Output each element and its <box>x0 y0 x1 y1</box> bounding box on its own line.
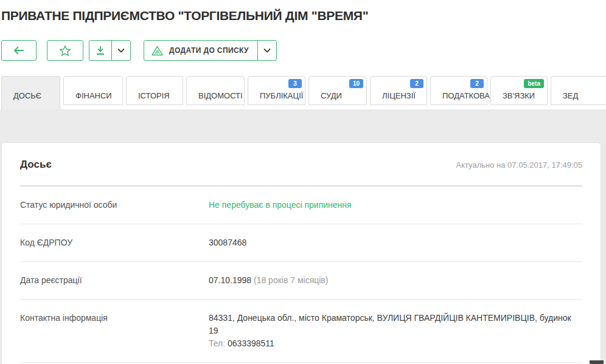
add-to-list-button[interactable]: ДОДАТИ ДО СПИСКУ <box>144 41 258 60</box>
chevron-down-icon <box>263 48 271 53</box>
download-button[interactable] <box>89 41 112 60</box>
edrpou-value: 30087468 <box>209 238 246 247</box>
toolbar: ДОДАТИ ДО СПИСКУ <box>1 40 277 61</box>
tab-zed[interactable]: ЗЕД <box>551 76 606 105</box>
tab-label: ДОСЬЄ <box>13 91 41 100</box>
tab-label: ФІНАНСИ <box>75 91 112 100</box>
back-button[interactable] <box>1 40 37 61</box>
tab-publications[interactable]: 3 ПУБЛІКАЦІЇ <box>248 76 305 105</box>
row-edrpou: Код ЄДРПОУ 30087468 <box>20 224 582 262</box>
download-options-button[interactable] <box>112 41 130 60</box>
registration-age-note: (18 років 7 місяців) <box>254 275 328 285</box>
download-icon <box>96 46 105 55</box>
tab-label: ПОДАТКОВА <box>442 91 490 100</box>
row-label: Контактна інформація <box>20 312 209 350</box>
tab-badge-beta: beta <box>524 79 544 88</box>
tab-label: ІСТОРІЯ <box>138 91 170 100</box>
bottom-right-dark-widget[interactable] <box>590 360 604 364</box>
tab-licenses[interactable]: 2 ЛІЦЕНЗІЇ <box>370 76 427 105</box>
section-title: Досьє <box>20 159 52 171</box>
address-value: 84331, Донецька обл., місто Краматорськ,… <box>209 312 582 337</box>
add-to-list-split-button: ДОДАТИ ДО СПИСКУ <box>144 40 277 61</box>
registration-date-value: 07.10.1998 <box>209 275 251 285</box>
tab-tax[interactable]: 2 ПОДАТКОВА <box>430 76 487 105</box>
add-to-list-options-button[interactable] <box>258 41 276 60</box>
chevron-down-icon <box>117 48 125 53</box>
tab-badge: 2 <box>410 79 423 88</box>
tab-label: ВІДОМОСТІ <box>198 91 243 100</box>
tab-finances[interactable]: ФІНАНСИ <box>63 76 123 105</box>
tab-label: СУДИ <box>321 91 342 100</box>
add-to-list-label: ДОДАТИ ДО СПИСКУ <box>169 46 249 55</box>
tab-dossier[interactable]: ДОСЬЄ <box>1 76 60 109</box>
phone-label: Тел: <box>209 338 225 348</box>
tab-label: ЗЕД <box>563 91 578 100</box>
dossier-card: Досьє Актуально на 07.05.2017, 17:49:05 … <box>1 142 601 364</box>
row-label: Статус юридичної особи <box>20 199 209 211</box>
favorite-star-button[interactable] <box>47 40 83 61</box>
legal-status-value: Не перебуває в процесі припинення <box>209 200 352 210</box>
triangle-list-icon <box>152 46 163 56</box>
tab-details[interactable]: ВІДОМОСТІ <box>186 76 245 105</box>
dossier-card-header: Досьє Актуально на 07.05.2017, 17:49:05 <box>20 143 582 171</box>
updated-timestamp: Актуально на 07.05.2017, 17:49:05 <box>456 160 582 170</box>
row-legal-status: Статус юридичної особи Не перебуває в пр… <box>20 187 582 224</box>
download-split-button <box>89 40 131 61</box>
tab-history[interactable]: ІСТОРІЯ <box>126 76 183 105</box>
row-registration-date: Дата реєстрації 07.10.1998 (18 років 7 м… <box>20 262 582 300</box>
tab-relations[interactable]: beta ЗВ'ЯЗКИ <box>490 76 548 105</box>
page-title: ПРИВАТНЕ ПІДПРИЄМСТВО "ТОРГІВЕЛЬНИЙ ДІМ … <box>1 9 368 23</box>
phone-value: 0633398511 <box>228 338 274 348</box>
tab-badge: 10 <box>349 79 363 88</box>
star-icon <box>59 45 71 57</box>
row-contact-info: Контактна інформація 84331, Донецька обл… <box>20 300 582 363</box>
tab-badge: 3 <box>288 79 302 88</box>
back-arrow-icon <box>13 46 24 55</box>
tab-label: ПУБЛІКАЦІЇ <box>260 91 303 100</box>
tab-label: ЗВ'ЯЗКИ <box>503 91 535 100</box>
company-profile-screen: ПРИВАТНЕ ПІДПРИЄМСТВО "ТОРГІВЕЛЬНИЙ ДІМ … <box>0 0 606 364</box>
row-label: Код ЄДРПОУ <box>20 236 209 249</box>
tab-label: ЛІЦЕНЗІЇ <box>382 91 416 100</box>
tab-courts[interactable]: 10 СУДИ <box>308 76 367 105</box>
tab-badge: 2 <box>470 79 484 88</box>
tabs-bar: ДОСЬЄ ФІНАНСИ ІСТОРІЯ ВІДОМОСТІ 3 ПУБЛІК… <box>1 76 606 109</box>
row-label: Дата реєстрації <box>20 274 209 287</box>
